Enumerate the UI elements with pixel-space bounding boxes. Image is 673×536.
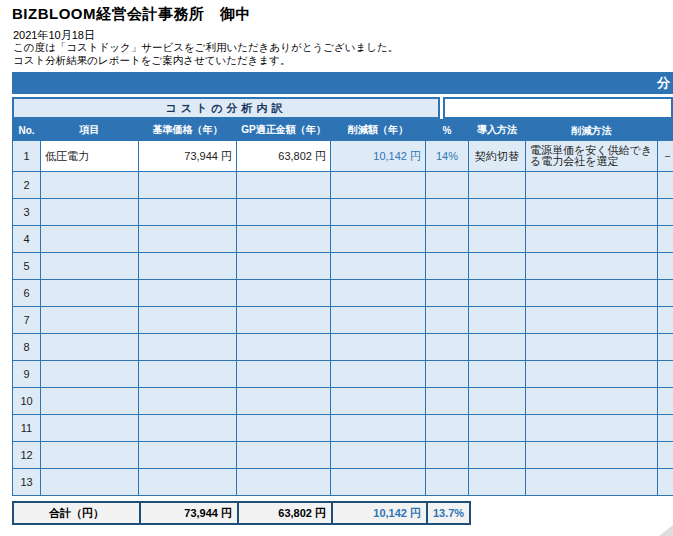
cell-base-price[interactable] bbox=[139, 415, 237, 442]
cell-how[interactable] bbox=[526, 361, 658, 388]
cell-gp-amount[interactable] bbox=[237, 280, 331, 307]
cell-reduction[interactable] bbox=[331, 226, 426, 253]
cell-method[interactable] bbox=[469, 253, 526, 280]
cell-item[interactable] bbox=[41, 442, 139, 469]
cell-how[interactable] bbox=[526, 307, 658, 334]
cell-base-price[interactable] bbox=[139, 307, 237, 334]
cell-reduction[interactable] bbox=[331, 415, 426, 442]
cell-no[interactable]: 10 bbox=[13, 388, 41, 415]
cell-percent[interactable] bbox=[426, 469, 469, 496]
cell-item[interactable] bbox=[41, 415, 139, 442]
cell-reduction[interactable] bbox=[331, 172, 426, 199]
cell-how[interactable]: 電源単価を安く供給できる電力会社を選定 bbox=[526, 141, 658, 172]
cell-extra[interactable] bbox=[658, 226, 673, 253]
cell-method[interactable] bbox=[469, 361, 526, 388]
cell-extra[interactable] bbox=[658, 469, 673, 496]
cell-extra[interactable] bbox=[658, 361, 673, 388]
cell-extra[interactable] bbox=[658, 253, 673, 280]
cell-item[interactable] bbox=[41, 172, 139, 199]
cell-percent[interactable] bbox=[426, 442, 469, 469]
cell-reduction[interactable] bbox=[331, 199, 426, 226]
cell-how[interactable] bbox=[526, 334, 658, 361]
cell-how[interactable] bbox=[526, 388, 658, 415]
cell-base-price[interactable] bbox=[139, 469, 237, 496]
cell-how[interactable] bbox=[526, 415, 658, 442]
cell-no[interactable]: 13 bbox=[13, 469, 41, 496]
cell-no[interactable]: 1 bbox=[13, 141, 41, 172]
cell-how[interactable] bbox=[526, 226, 658, 253]
cell-base-price[interactable] bbox=[139, 334, 237, 361]
cell-no[interactable]: 4 bbox=[13, 226, 41, 253]
cell-method[interactable] bbox=[469, 307, 526, 334]
cell-extra[interactable] bbox=[658, 415, 673, 442]
cell-reduction[interactable] bbox=[331, 442, 426, 469]
cell-reduction[interactable] bbox=[331, 361, 426, 388]
cell-extra[interactable]: － bbox=[658, 141, 673, 172]
cell-percent[interactable] bbox=[426, 226, 469, 253]
cell-no[interactable]: 11 bbox=[13, 415, 41, 442]
cell-gp-amount[interactable] bbox=[237, 334, 331, 361]
cell-no[interactable]: 5 bbox=[13, 253, 41, 280]
cell-gp-amount[interactable] bbox=[237, 307, 331, 334]
cell-method[interactable] bbox=[469, 415, 526, 442]
cell-gp-amount[interactable] bbox=[237, 226, 331, 253]
cell-base-price[interactable] bbox=[139, 361, 237, 388]
cell-how[interactable] bbox=[526, 469, 658, 496]
cell-item[interactable] bbox=[41, 361, 139, 388]
cell-method[interactable] bbox=[469, 280, 526, 307]
cell-percent[interactable] bbox=[426, 307, 469, 334]
cell-extra[interactable] bbox=[658, 388, 673, 415]
cell-gp-amount[interactable] bbox=[237, 172, 331, 199]
cell-item[interactable] bbox=[41, 280, 139, 307]
cell-no[interactable]: 12 bbox=[13, 442, 41, 469]
cell-base-price[interactable] bbox=[139, 280, 237, 307]
cell-gp-amount[interactable] bbox=[237, 388, 331, 415]
cell-reduction[interactable] bbox=[331, 388, 426, 415]
cell-reduction[interactable] bbox=[331, 469, 426, 496]
cell-percent[interactable] bbox=[426, 388, 469, 415]
cell-base-price[interactable] bbox=[139, 253, 237, 280]
cell-base-price[interactable] bbox=[139, 442, 237, 469]
cell-how[interactable] bbox=[526, 172, 658, 199]
cell-extra[interactable] bbox=[658, 442, 673, 469]
cell-item[interactable] bbox=[41, 199, 139, 226]
cell-method[interactable] bbox=[469, 172, 526, 199]
cell-method[interactable] bbox=[469, 469, 526, 496]
cell-base-price[interactable] bbox=[139, 388, 237, 415]
cell-method[interactable]: 契約切替 bbox=[469, 141, 526, 172]
cell-extra[interactable] bbox=[658, 172, 673, 199]
cell-no[interactable]: 2 bbox=[13, 172, 41, 199]
cell-method[interactable] bbox=[469, 334, 526, 361]
cell-item[interactable] bbox=[41, 388, 139, 415]
cell-extra[interactable] bbox=[658, 307, 673, 334]
cell-no[interactable]: 6 bbox=[13, 280, 41, 307]
cell-how[interactable] bbox=[526, 280, 658, 307]
cell-base-price[interactable] bbox=[139, 172, 237, 199]
cell-method[interactable] bbox=[469, 442, 526, 469]
cell-percent[interactable] bbox=[426, 253, 469, 280]
cell-method[interactable] bbox=[469, 388, 526, 415]
cell-no[interactable]: 3 bbox=[13, 199, 41, 226]
cell-base-price[interactable] bbox=[139, 226, 237, 253]
cell-item[interactable] bbox=[41, 307, 139, 334]
cell-no[interactable]: 7 bbox=[13, 307, 41, 334]
cell-item[interactable]: 低圧電力 bbox=[41, 141, 139, 172]
cell-gp-amount[interactable]: 63,802 円 bbox=[237, 141, 331, 172]
cell-gp-amount[interactable] bbox=[237, 253, 331, 280]
cell-no[interactable]: 8 bbox=[13, 334, 41, 361]
cell-how[interactable] bbox=[526, 253, 658, 280]
cell-base-price[interactable]: 73,944 円 bbox=[139, 141, 237, 172]
cell-extra[interactable] bbox=[658, 199, 673, 226]
cell-item[interactable] bbox=[41, 334, 139, 361]
cell-percent[interactable] bbox=[426, 199, 469, 226]
cell-percent[interactable] bbox=[426, 361, 469, 388]
cell-percent[interactable] bbox=[426, 172, 469, 199]
cell-method[interactable] bbox=[469, 226, 526, 253]
cell-no[interactable]: 9 bbox=[13, 361, 41, 388]
cell-percent[interactable] bbox=[426, 334, 469, 361]
cell-how[interactable] bbox=[526, 442, 658, 469]
cell-extra[interactable] bbox=[658, 334, 673, 361]
cell-gp-amount[interactable] bbox=[237, 469, 331, 496]
cell-extra[interactable] bbox=[658, 280, 673, 307]
cell-gp-amount[interactable] bbox=[237, 361, 331, 388]
